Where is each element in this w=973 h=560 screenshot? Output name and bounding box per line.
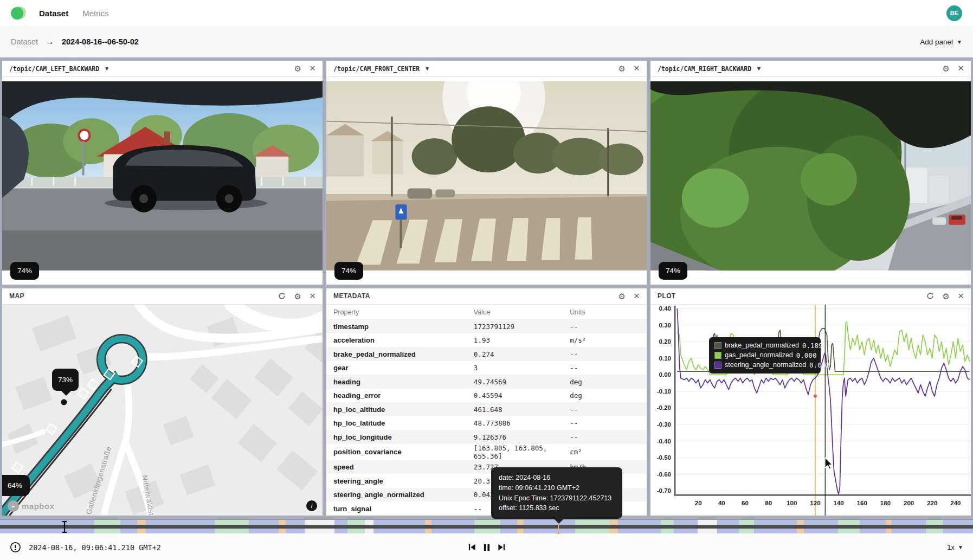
plot-view[interactable]: 0.400.300.200.100.00-0.10-0.20-0.30-0.40… [650, 305, 971, 516]
timeline-segment[interactable] [926, 529, 943, 533]
gear-icon[interactable]: ⚙ [618, 292, 625, 300]
gear-icon[interactable]: ⚙ [294, 65, 301, 73]
timeline-segment[interactable] [347, 520, 365, 525]
chevron-down-icon[interactable]: ▼ [104, 66, 109, 72]
timeline-segment[interactable] [431, 520, 474, 525]
timeline-segment[interactable] [661, 520, 674, 525]
timeline-segment[interactable] [279, 520, 286, 525]
timeline-segment[interactable] [215, 529, 249, 533]
timeline-segment[interactable] [365, 529, 373, 533]
timeline-track-bottom[interactable] [0, 529, 973, 533]
timeline-segment[interactable] [305, 520, 334, 525]
timeline-segment[interactable] [661, 529, 674, 533]
playback-speed-dropdown[interactable]: 1x ▼ [947, 543, 963, 551]
timeline-segment[interactable] [120, 529, 138, 533]
map-view[interactable]: Gallenklingenstraße Nittelwaldstr 73% 64… [2, 305, 323, 516]
timeline-segment[interactable] [524, 529, 575, 533]
timeline-segment[interactable] [892, 529, 926, 533]
pause-button[interactable] [482, 543, 491, 552]
timeline-segment[interactable] [698, 529, 717, 533]
timeline-segment[interactable] [674, 529, 698, 533]
timeline-segment[interactable] [500, 520, 518, 525]
timeline-segment[interactable] [618, 529, 661, 533]
timeline-segment[interactable] [804, 529, 838, 533]
timeline-segment[interactable] [754, 520, 797, 525]
timeline-segment[interactable] [0, 529, 94, 533]
timeline-segment[interactable] [739, 529, 754, 533]
refresh-icon[interactable] [926, 292, 934, 300]
avatar[interactable]: BE [946, 5, 962, 21]
timeline-segment[interactable] [94, 529, 120, 533]
info-icon[interactable]: i [306, 500, 317, 511]
tab-dataset[interactable]: Dataset [39, 9, 68, 18]
timeline-segment[interactable] [215, 520, 249, 525]
timeline-segment[interactable] [500, 529, 518, 533]
timeline-segment[interactable] [797, 520, 804, 525]
close-icon[interactable]: × [634, 291, 640, 301]
timeline-segment[interactable] [425, 520, 432, 525]
refresh-icon[interactable] [278, 292, 286, 300]
chevron-down-icon[interactable]: ▼ [424, 66, 430, 72]
close-icon[interactable]: × [634, 63, 640, 73]
timeline-segment[interactable] [474, 529, 500, 533]
timeline-segment[interactable] [249, 520, 279, 525]
close-icon[interactable]: × [958, 63, 964, 73]
timeline-segment[interactable] [137, 520, 146, 525]
timeline-segment[interactable] [431, 529, 474, 533]
timeline-segment[interactable] [698, 520, 717, 525]
timeline-segment[interactable] [137, 529, 146, 533]
timeline-segment[interactable] [717, 529, 739, 533]
skip-to-end-button[interactable] [497, 543, 505, 551]
timeline-segment[interactable] [575, 520, 609, 525]
timeline-segment[interactable] [739, 520, 754, 525]
timeline-segment[interactable] [609, 529, 618, 533]
timeline-segment[interactable] [860, 529, 885, 533]
timeline-segment[interactable] [575, 529, 609, 533]
timeline-segment[interactable] [347, 529, 365, 533]
timeline-segment[interactable] [334, 520, 347, 525]
timeline-segment[interactable] [279, 529, 286, 533]
timeline-segment[interactable] [860, 520, 885, 525]
timeline-segment[interactable] [286, 520, 305, 525]
timeline-segment[interactable] [120, 520, 138, 525]
timeline-segment[interactable] [305, 529, 334, 533]
timeline-segment[interactable] [717, 520, 739, 525]
timeline-segment[interactable] [892, 520, 926, 525]
timeline-segment[interactable] [249, 529, 279, 533]
timeline-segment[interactable] [334, 529, 347, 533]
timeline-scrubber[interactable] [0, 519, 973, 533]
topic-dropdown[interactable]: /topic/CAM_RIGHT_BACKWARD [658, 65, 751, 73]
timeline-segment[interactable] [146, 529, 215, 533]
app-logo-icon[interactable] [11, 6, 26, 20]
gear-icon[interactable]: ⚙ [618, 65, 625, 73]
timeline-segment[interactable] [618, 520, 661, 525]
timeline-segment[interactable] [926, 520, 943, 525]
timeline-segment[interactable] [474, 520, 500, 525]
close-icon[interactable]: × [958, 291, 964, 301]
timeline-segment[interactable] [517, 520, 523, 525]
timeline-segment[interactable] [943, 529, 973, 533]
alert-icon[interactable] [10, 542, 21, 553]
timeline-segment[interactable] [365, 520, 373, 525]
timeline-segment[interactable] [425, 529, 432, 533]
close-icon[interactable]: × [310, 291, 315, 301]
skip-to-start-button[interactable] [468, 543, 476, 551]
gear-icon[interactable]: ⚙ [942, 65, 949, 73]
timeline-segment[interactable] [838, 520, 860, 525]
gear-icon[interactable]: ⚙ [294, 292, 301, 300]
timeline-segment[interactable] [286, 529, 305, 533]
breadcrumb-root[interactable]: Dataset [11, 37, 38, 46]
timeline-segment[interactable] [674, 520, 698, 525]
timeline-segment[interactable] [886, 529, 892, 533]
timeline-segment[interactable] [754, 529, 797, 533]
timeline-segment[interactable] [609, 520, 618, 525]
timeline-track-top[interactable] [0, 520, 973, 525]
timeline-segment[interactable] [373, 520, 425, 525]
timeline-segment[interactable] [943, 520, 973, 525]
topic-dropdown[interactable]: /topic/CAM_LEFT_BACKWARD [9, 65, 99, 73]
timeline-segment[interactable] [797, 529, 804, 533]
timeline-segment[interactable] [524, 520, 575, 525]
timeline-segment[interactable] [146, 520, 215, 525]
close-icon[interactable]: × [310, 63, 315, 73]
add-panel-button[interactable]: Add panel ▼ [920, 38, 962, 46]
